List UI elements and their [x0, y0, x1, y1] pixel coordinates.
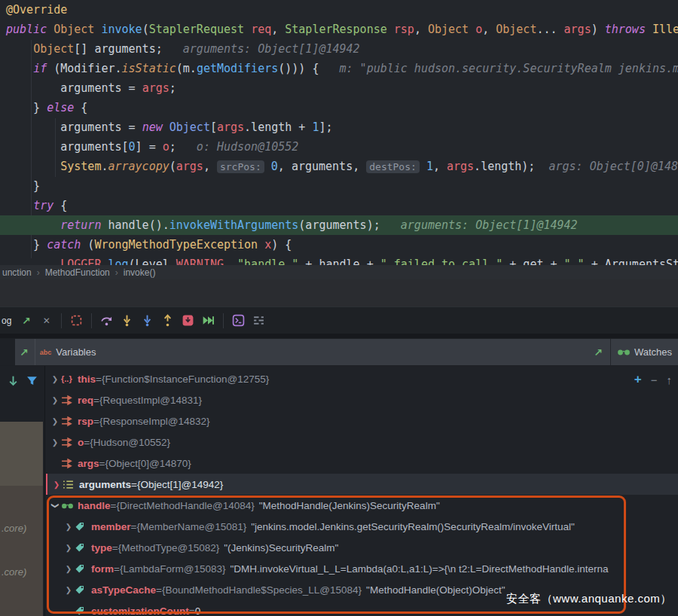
tab-variables[interactable]: Variables [56, 346, 96, 358]
chevron-right-icon[interactable]: ❯ [63, 544, 75, 552]
code-line[interactable]: Object[] arguments; arguments: Object[1]… [6, 39, 678, 59]
variable-row-rsp[interactable]: ❯rsp = {ResponseImpl@14832} [46, 410, 678, 432]
close-icon[interactable]: ✕ [40, 314, 53, 328]
code-token: [ [210, 120, 217, 134]
move-watch-up-icon[interactable]: ↑ [667, 374, 673, 386]
breadcrumb-item[interactable]: invoke() [124, 267, 156, 278]
equals-sign: = [189, 605, 195, 616]
code-area[interactable]: @Overridepublic Object invoke(StaplerReq… [0, 0, 678, 265]
code-line[interactable]: public Object invoke(StaplerRequest req,… [6, 20, 678, 39]
code-line[interactable]: try { [6, 196, 678, 215]
breadcrumb-item[interactable]: unction [2, 267, 32, 278]
chevron-right-icon[interactable]: ❯ [49, 438, 61, 447]
code-token: catch [47, 238, 81, 252]
run-to-cursor-icon[interactable] [202, 314, 215, 328]
code-token: .length); [474, 160, 535, 173]
divider [35, 339, 35, 365]
frames-panel-edge[interactable] [0, 486, 43, 616]
code-token [244, 23, 251, 36]
variable-string-value: "jenkins.model.Jenkins.getSecurityRealm(… [251, 521, 575, 532]
variable-string-value: "MethodHandle(Jenkins)SecurityRealm" [259, 500, 440, 511]
chevron-right-icon[interactable]: ❯ [63, 523, 75, 531]
step-out-icon[interactable] [161, 314, 175, 328]
frames-panel-edge[interactable] [0, 422, 43, 486]
stack-frame-label[interactable]: .core) [2, 523, 26, 534]
drop-frame-icon[interactable] [182, 314, 195, 328]
code-token: + ArgumentsString( [585, 258, 678, 265]
variable-value: {RequestImpl@14831} [99, 395, 202, 406]
stack-frame-label[interactable]: .core) [2, 566, 26, 578]
code-line[interactable]: LOGGER.log(Level.WARNING, "handle " + ha… [6, 255, 678, 265]
code-token: StaplerResponse [285, 23, 386, 36]
code-line[interactable]: arguments[0] = o; o: Hudson@10552 [6, 137, 678, 157]
variable-row-req[interactable]: ❯req = {RequestImpl@14831} [46, 389, 678, 410]
code-line[interactable]: } catch (WrongMethodTypeException x) { [6, 235, 678, 255]
variable-row-type[interactable]: ❯type = {MethodType@15082}"(Jenkins)Secu… [46, 537, 678, 558]
variables-tree[interactable]: ❯{..}this = {Function$InstanceFunction@1… [46, 366, 678, 616]
chevron-right-icon[interactable]: ❯ [49, 417, 61, 425]
field-icon [75, 584, 87, 596]
code-editor[interactable]: @Overridepublic Object invoke(StaplerReq… [0, 0, 678, 265]
chevron-right-icon[interactable]: ❯ [49, 396, 61, 404]
code-token: arguments[ [6, 140, 129, 154]
jump-to-source-icon[interactable]: ↗ [594, 346, 603, 358]
show-execution-point-icon[interactable] [70, 314, 84, 328]
code-line[interactable]: System.arraycopy(args, srcPos: 0, argume… [6, 157, 678, 176]
variable-value: {Object[0]@14870} [105, 458, 191, 469]
chevron-right-icon[interactable]: ❯ [49, 375, 61, 383]
code-token: arguments = [6, 120, 142, 134]
code-line[interactable]: arguments = args; [6, 78, 678, 98]
remove-watch-icon[interactable]: − [651, 374, 658, 386]
chevron-right-icon[interactable]: ❯ [50, 480, 63, 489]
code-token: try [33, 199, 53, 212]
variable-name: rsp [78, 416, 93, 427]
code-token: throws [605, 23, 646, 36]
variable-row-o[interactable]: ❯o = {Hudson@10552} [46, 432, 678, 453]
console-log-tab[interactable]: og [2, 316, 11, 326]
variable-row-arguments[interactable]: ❯arguments = {Object[1]@14942} [46, 474, 678, 495]
jump-to-source-icon[interactable]: ↗ [20, 346, 29, 358]
debug-panel-header: ↗ abc Variables ↗ Watches [0, 338, 678, 366]
variable-row-form[interactable]: ❯form = {LambdaForm@15083}"DMH.invokeVir… [46, 558, 640, 579]
inline-debug-hint: args: Object[0]@14870 [535, 160, 678, 173]
add-watch-icon[interactable]: + [634, 372, 642, 387]
variable-row-member[interactable]: ❯member = {MemberName@15081}"jenkins.mod… [46, 516, 678, 537]
chevron-right-icon[interactable]: ❯ [63, 565, 75, 573]
execution-point-line[interactable]: return handle().invokeWithArguments(argu… [0, 215, 678, 235]
code-line[interactable]: @Override [6, 0, 678, 20]
code-token: invoke [101, 23, 142, 36]
variable-row-args[interactable]: args = {Object[0]@14870} [46, 453, 678, 474]
sort-descending-icon[interactable] [6, 374, 20, 387]
jump-to-source-icon[interactable]: ↗ [20, 314, 33, 328]
step-over-icon[interactable] [100, 314, 114, 328]
code-token: Object [53, 23, 94, 36]
layout-settings-icon[interactable] [252, 314, 266, 328]
filter-icon[interactable] [25, 374, 38, 387]
code-token: (m. [176, 62, 197, 75]
code-line[interactable]: arguments = new Object[args.length + 1]; [6, 117, 678, 137]
evaluate-expression-icon[interactable] [232, 314, 246, 328]
code-token: Object [33, 42, 74, 56]
code-token: @Override [6, 3, 67, 17]
code-line[interactable]: } else { [6, 98, 678, 117]
tab-watches[interactable]: Watches [611, 339, 678, 365]
code-token: public [6, 23, 47, 36]
force-step-into-icon[interactable] [141, 314, 154, 328]
toolbar-divider [61, 313, 62, 328]
variable-row-this[interactable]: ❯{..}this = {Function$InstanceFunction@1… [46, 368, 678, 389]
chevron-down-icon[interactable]: ❯ [51, 499, 60, 511]
code-line[interactable]: if (Modifier.isStatic(m.getModifiers()))… [6, 59, 678, 78]
variable-name: o [78, 437, 84, 448]
step-into-icon[interactable] [121, 314, 134, 328]
variable-row-handle[interactable]: ❯handle = {DirectMethodHandle@14084}"Met… [46, 495, 678, 516]
code-token [469, 23, 475, 36]
parameter-icon [61, 437, 74, 448]
equals-sign: = [112, 542, 118, 553]
breadcrumb-item[interactable]: MethodFunction [45, 267, 110, 278]
toolbar-divider [223, 313, 224, 328]
code-line[interactable]: } [6, 176, 678, 196]
code-token [6, 62, 33, 75]
chevron-right-icon[interactable]: ❯ [63, 586, 75, 594]
breadcrumb[interactable]: unction›MethodFunction›invoke() [0, 265, 678, 279]
code-token: { [53, 199, 67, 212]
